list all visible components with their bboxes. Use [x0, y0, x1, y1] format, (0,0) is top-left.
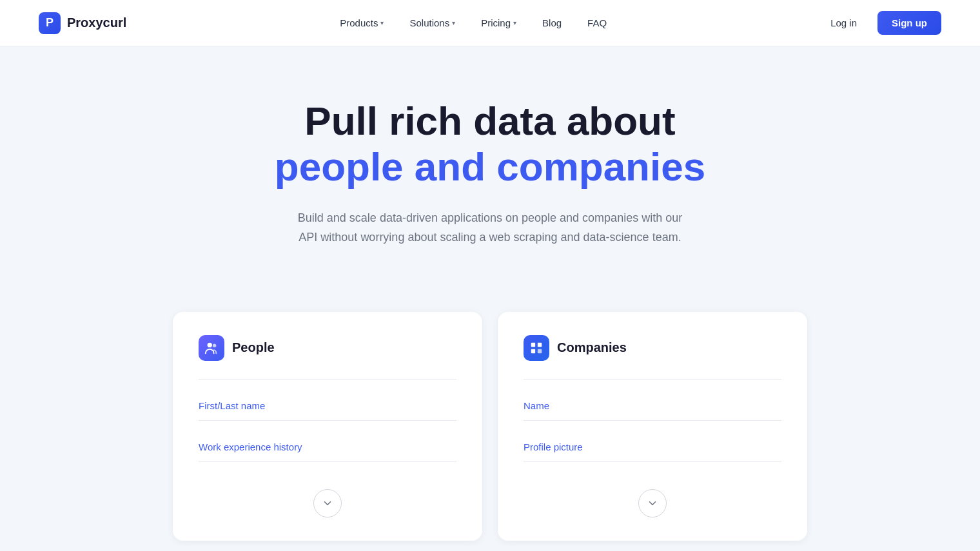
nav-pricing-label: Pricing	[481, 17, 511, 28]
navbar: P Proxycurl Products ▾ Solutions ▾ Prici…	[0, 0, 980, 46]
svg-rect-3	[538, 343, 542, 347]
login-button[interactable]: Log in	[820, 12, 867, 34]
people-expand-button[interactable]	[313, 489, 342, 517]
companies-divider-1	[524, 379, 781, 380]
cards-section: People First/Last name Work experience h…	[103, 286, 877, 541]
logo-text: Proxycurl	[67, 15, 126, 30]
people-divider-3	[199, 461, 456, 462]
chevron-down-icon: ▾	[513, 19, 516, 26]
nav-blog[interactable]: Blog	[532, 12, 572, 34]
hero-section: Pull rich data about people and companie…	[200, 46, 780, 286]
companies-card-title: Companies	[557, 340, 627, 355]
nav-solutions[interactable]: Solutions ▾	[399, 12, 466, 34]
svg-point-0	[208, 343, 212, 347]
companies-field-2: Profile picture	[524, 432, 781, 461]
hero-title-prefix: Pull rich data about	[304, 99, 675, 143]
nav-links: Products ▾ Solutions ▾ Pricing ▾ Blog FA…	[329, 12, 617, 34]
people-card-title: People	[232, 340, 275, 355]
nav-faq-label: FAQ	[587, 17, 607, 28]
companies-divider-3	[524, 461, 781, 462]
people-card: People First/Last name Work experience h…	[173, 312, 482, 541]
svg-rect-5	[538, 349, 542, 353]
signup-button[interactable]: Sign up	[877, 11, 941, 35]
companies-divider-2	[524, 420, 781, 421]
nav-pricing[interactable]: Pricing ▾	[471, 12, 527, 34]
people-card-icon	[199, 335, 224, 361]
chevron-down-icon: ▾	[452, 19, 455, 26]
companies-card-icon	[524, 335, 549, 361]
logo-icon: P	[39, 12, 61, 34]
people-card-header: People	[199, 335, 456, 361]
logo[interactable]: P Proxycurl	[39, 12, 126, 34]
chevron-down-icon: ▾	[380, 19, 384, 26]
companies-card-header: Companies	[524, 335, 781, 361]
hero-title: Pull rich data about people and companie…	[239, 98, 741, 190]
svg-rect-2	[531, 343, 535, 347]
companies-expand-button[interactable]	[638, 489, 667, 517]
nav-actions: Log in Sign up	[820, 11, 941, 35]
nav-products[interactable]: Products ▾	[329, 12, 394, 34]
nav-products-label: Products	[340, 17, 378, 28]
people-field-2: Work experience history	[199, 432, 456, 461]
companies-card: Companies Name Profile picture	[498, 312, 807, 541]
nav-blog-label: Blog	[542, 17, 562, 28]
hero-subtitle: Build and scale data-driven applications…	[290, 208, 690, 247]
hero-title-highlight: people and companies	[275, 144, 705, 189]
people-divider-1	[199, 379, 456, 380]
people-divider-2	[199, 420, 456, 421]
svg-rect-4	[531, 349, 535, 353]
companies-field-1: Name	[524, 391, 781, 420]
people-field-1: First/Last name	[199, 391, 456, 420]
nav-solutions-label: Solutions	[409, 17, 449, 28]
svg-point-1	[213, 343, 217, 347]
nav-faq[interactable]: FAQ	[577, 12, 617, 34]
